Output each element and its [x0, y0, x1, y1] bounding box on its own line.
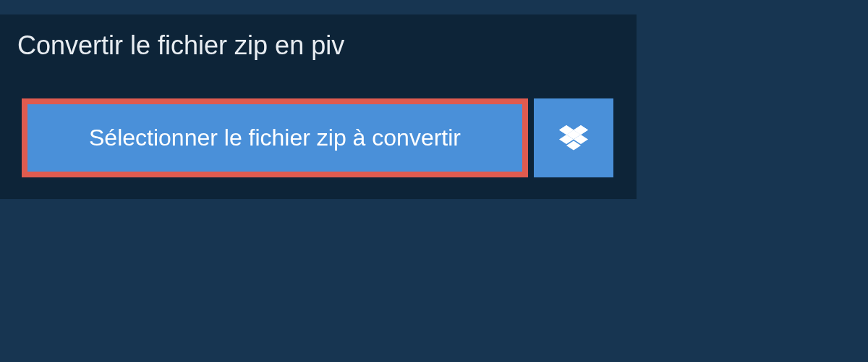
select-file-label: Sélectionner le fichier zip à convertir	[89, 125, 461, 151]
button-row: Sélectionner le fichier zip à convertir	[22, 98, 615, 177]
select-file-button[interactable]: Sélectionner le fichier zip à convertir	[22, 98, 528, 177]
page-title: Convertir le fichier zip en piv	[0, 14, 373, 77]
dropbox-button[interactable]	[534, 98, 613, 177]
converter-card: Convertir le fichier zip en piv Sélectio…	[0, 14, 637, 199]
dropbox-icon	[559, 125, 588, 151]
